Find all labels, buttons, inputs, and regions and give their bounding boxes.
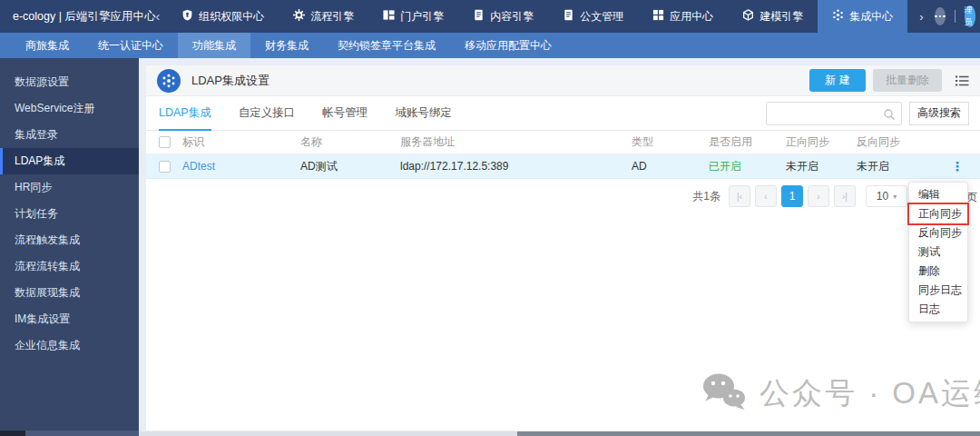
select-all-checkbox[interactable] xyxy=(159,136,171,148)
top-nav-label: 流程引擎 xyxy=(310,9,354,25)
top-nav-item-content[interactable]: 内容引擎 xyxy=(458,0,548,33)
sidebar-item-im-settings[interactable]: IM集成设置 xyxy=(0,306,139,332)
subnav-item-finance-integration[interactable]: 财务集成 xyxy=(250,33,323,58)
shield-icon xyxy=(181,9,193,24)
top-nav-label: 内容引擎 xyxy=(490,9,534,25)
subnav-item-qiyuesuo[interactable]: 契约锁签章平台集成 xyxy=(323,33,450,58)
watermark-text: 公众号 · OA运维 xyxy=(760,373,980,414)
chevron-down-icon: ▾ xyxy=(893,193,897,201)
row-server-address: ldap://172.17.12.5:389 xyxy=(400,160,632,173)
column-header-enabled[interactable]: 是否启用 xyxy=(709,134,786,150)
top-nav-item-integration-center[interactable]: 集成中心 xyxy=(818,0,907,33)
tab-custom-interface[interactable]: 自定义接口 xyxy=(239,96,296,131)
tab-ldap-integration[interactable]: LDAP集成 xyxy=(159,96,211,131)
top-nav-item-org-rights[interactable]: 组织权限中心 xyxy=(167,0,279,33)
column-header-name[interactable]: 名称 xyxy=(300,134,400,150)
menu-item-reverse-sync[interactable]: 反向同步 xyxy=(909,223,967,243)
menu-item-forward-sync[interactable]: 正向同步 xyxy=(909,204,967,223)
column-header-reverse-sync[interactable]: 反向同步 xyxy=(857,134,938,150)
sidebar-item-datasource[interactable]: 数据源设置 xyxy=(0,69,139,95)
row-reverse-sync-status: 未开启 xyxy=(857,159,938,174)
row-enabled-status: 已开启 xyxy=(709,160,741,173)
page-title: LDAP集成设置 xyxy=(191,73,270,89)
subnav-item-business-travel[interactable]: 商旅集成 xyxy=(11,33,83,58)
menu-item-log[interactable]: 日志 xyxy=(909,300,967,319)
sidebar-item-sso[interactable]: 集成登录 xyxy=(0,122,139,148)
snowflake-icon xyxy=(832,9,844,24)
subnav-item-function-integration[interactable]: 功能集成 xyxy=(178,33,250,58)
menu-item-sync-log[interactable]: 同步日志 xyxy=(909,281,967,300)
sidebar-item-enterprise-info[interactable]: 企业信息集成 xyxy=(0,332,139,359)
row-name: AD测试 xyxy=(300,159,400,174)
nav-forward-chevron-icon[interactable]: › xyxy=(907,0,935,33)
advanced-search-button[interactable]: 高级搜索 xyxy=(909,102,969,125)
top-nav-item-app-center[interactable]: 应用中心 xyxy=(638,0,728,33)
watermark: 公众号 · OA运维 xyxy=(701,372,980,414)
new-button[interactable]: 新 建 xyxy=(809,69,866,92)
list-view-icon[interactable] xyxy=(955,74,969,87)
gear-icon xyxy=(293,9,305,24)
top-nav-label: 组织权限中心 xyxy=(199,9,264,25)
scrollbar-corner xyxy=(0,431,25,436)
subnav-item-mobile-config[interactable]: 移动应用配置中心 xyxy=(450,33,566,58)
column-header-server[interactable]: 服务器地址 xyxy=(400,134,632,150)
sidebar-item-workflow-flow[interactable]: 流程流转集成 xyxy=(0,253,139,280)
search-input[interactable] xyxy=(767,103,901,124)
wechat-icon xyxy=(701,372,747,414)
document-icon xyxy=(473,9,485,24)
top-nav-item-portal[interactable]: 门户引擎 xyxy=(368,0,458,33)
table-header-row: 标识 名称 服务器地址 类型 是否启用 正向同步 反向同步 xyxy=(146,131,980,154)
batch-delete-button[interactable]: 批量删除 xyxy=(873,69,942,92)
sidebar-item-webservice[interactable]: WebService注册 xyxy=(0,95,139,122)
row-forward-sync-status: 未开启 xyxy=(786,159,857,174)
subnav-item-unified-auth[interactable]: 统一认证中心 xyxy=(83,33,178,58)
top-nav-item-official-doc[interactable]: 公文管理 xyxy=(548,0,638,33)
table-row[interactable]: ADtest AD测试 ldap://172.17.12.5:389 AD 已开… xyxy=(146,154,980,179)
app-brand-title: e-cology | 后端引擎应用中心 xyxy=(13,9,155,25)
sidebar-item-workflow-trigger[interactable]: 流程触发集成 xyxy=(0,227,139,253)
row-checkbox[interactable] xyxy=(159,161,171,173)
column-header-type[interactable]: 类型 xyxy=(632,134,709,150)
row-actions-menu-icon[interactable]: ⋮ xyxy=(951,160,964,173)
sidebar-item-scheduled-tasks[interactable]: 计划任务 xyxy=(0,201,139,227)
column-header-id[interactable]: 标识 xyxy=(182,134,300,150)
menu-item-delete[interactable]: 删除 xyxy=(909,262,967,281)
sidebar-item-data-display[interactable]: 数据展现集成 xyxy=(0,280,139,306)
secondary-navigation-bar: 商旅集成 统一认证中心 功能集成 财务集成 契约锁签章平台集成 移动应用配置中心 xyxy=(0,33,980,58)
document-icon xyxy=(563,9,574,24)
pagination-total: 共1条 xyxy=(692,189,720,204)
app-window: e-cology | 后端引擎应用中心 ‹ 组织权限中心 流程引擎 门户引擎 内… xyxy=(0,0,980,436)
top-nav-label: 门户引擎 xyxy=(400,9,444,25)
column-header-forward-sync[interactable]: 正向同步 xyxy=(786,134,857,150)
sidebar-item-hr-sync[interactable]: HR同步 xyxy=(0,174,139,201)
pagination-first-button[interactable]: |‹ xyxy=(729,185,750,207)
topbar-divider xyxy=(955,10,956,23)
more-options-icon[interactable] xyxy=(935,7,946,25)
tabs-row: LDAP集成 自定义接口 帐号管理 域账号绑定 高级搜索 xyxy=(146,96,980,131)
row-type: AD xyxy=(632,160,709,173)
scrollbar-corner xyxy=(25,431,139,436)
pagination-last-button[interactable]: ›| xyxy=(834,185,856,207)
menu-item-test[interactable]: 测试 xyxy=(909,243,967,262)
top-navigation-bar: e-cology | 后端引擎应用中心 ‹ 组织权限中心 流程引擎 门户引擎 内… xyxy=(0,0,980,33)
tab-domain-account-binding[interactable]: 域账号绑定 xyxy=(395,96,452,131)
search-icon[interactable] xyxy=(883,108,896,124)
top-nav-item-workflow[interactable]: 流程引擎 xyxy=(279,0,368,33)
integration-circle-icon xyxy=(157,69,181,93)
page-size-value: 10 xyxy=(877,190,888,203)
tab-account-management[interactable]: 帐号管理 xyxy=(322,96,368,131)
page-size-select[interactable]: 10 ▾ xyxy=(866,185,907,207)
user-avatar[interactable]: 理员 xyxy=(965,5,976,27)
row-actions-dropdown-menu: 编辑 正向同步 反向同步 测试 删除 同步日志 日志 xyxy=(908,182,968,322)
layout-icon xyxy=(383,9,395,24)
row-id-link[interactable]: ADtest xyxy=(182,160,215,173)
horizontal-scrollbar-thumb[interactable] xyxy=(517,431,980,436)
sidebar-item-ldap[interactable]: LDAP集成 xyxy=(0,148,139,174)
menu-item-edit[interactable]: 编辑 xyxy=(909,185,967,204)
nav-back-chevron-icon[interactable]: ‹ xyxy=(155,9,160,24)
top-nav-label: 建模引擎 xyxy=(760,9,803,25)
pagination-next-button[interactable]: › xyxy=(808,185,829,207)
pagination-prev-button[interactable]: ‹ xyxy=(755,185,777,207)
pagination-page-1-button[interactable]: 1 xyxy=(781,185,803,207)
top-nav-item-modeling[interactable]: 建模引擎 xyxy=(728,0,818,33)
